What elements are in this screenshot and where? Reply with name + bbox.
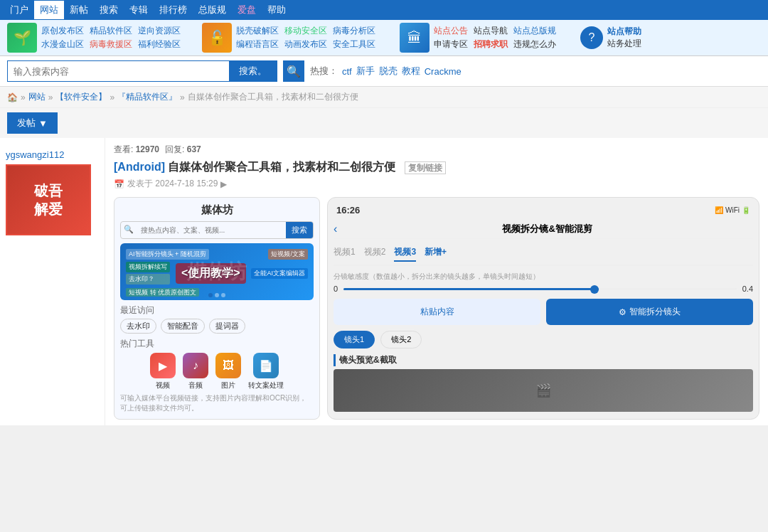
link-sitenav[interactable]: 站点导航 [474,25,508,37]
breadcrumb-premium-software[interactable]: 『精品软件区』 [117,91,177,103]
phone-tab-video3[interactable]: 视频3 [394,246,416,262]
recent-tag-prompter[interactable]: 提词器 [209,319,245,334]
link-water[interactable]: 水漫金山区 [41,38,84,50]
left-app-mockup: 媒体坊 🔍 搜索 AI智能拆分镜头 + 随机混剪 短视频/文案 视频拆解续写 [114,197,320,420]
phone-tab-video2[interactable]: 视频2 [364,246,386,262]
link-virus-rescue[interactable]: 病毒救援区 [90,38,132,50]
app-banner: AI智能拆分镜头 + 随机混剪 短视频/文案 视频拆解续写 去水印？ <使用教学… [120,243,314,300]
app-recent-label: 最近访问 [120,304,314,316]
nav-aipan[interactable]: 爱盘 [232,1,262,19]
post-date: 发表于 2024-7-18 15:29 [127,178,218,190]
link-notice[interactable]: 站点公告 [434,25,468,37]
phone-header: ‹ 视频拆分镜&智能混剪 [334,220,753,239]
views-label: 查看: 12970 [114,144,159,156]
split-label: 智能拆分镜头 [629,306,681,318]
post-area: 查看: 12970 回复: 637 [Android] 自媒体创作聚合工具箱，找… [105,138,768,425]
search-input[interactable] [8,61,229,81]
phone-slider-thumb[interactable] [590,285,599,294]
link-total-rules[interactable]: 站点总版规 [513,25,556,37]
nav-search[interactable]: 搜索 [94,1,124,19]
phone-slider-track[interactable] [343,288,737,290]
banner-tag2: 短视频/文案 [268,249,308,260]
search-icon-button[interactable]: 🔍 [283,60,304,82]
phone-slider-row: 0 0.4 [334,284,753,293]
tool-video[interactable]: ▶ 视频 [150,353,176,390]
site-icon-1: 🌱 [7,23,37,53]
link-virus-analysis[interactable]: 病毒分析区 [333,25,375,37]
app-search-btn[interactable]: 搜索 [286,222,313,238]
hot-tag-unpack[interactable]: 脱壳 [379,65,398,78]
phone-split-btn[interactable]: ⚙ 智能拆分镜头 [546,299,753,325]
hot-tag-ctf[interactable]: ctf [342,66,352,77]
preview-placeholder: 🎬 [535,383,551,398]
tool-audio[interactable]: ♪ 音频 [183,353,208,390]
link-apply[interactable]: 申请专区 [434,38,468,50]
phone-shot-tab-2[interactable]: 镜头2 [380,331,422,349]
post-title: [Android] 自媒体创作聚合工具箱，找素材和二创很方便 复制链接 [114,160,759,175]
phone-video-tabs: 视频1 视频2 视频3 新增+ [334,243,753,266]
tool-text-icon: 📄 [253,353,279,378]
app-title: 媒体坊 [120,203,314,217]
link-welfare[interactable]: 福利经验区 [138,38,181,50]
tool-text[interactable]: 📄 转文案处理 [248,353,284,390]
sidebar-username[interactable]: ygswangzi112 [6,149,99,160]
link-violation[interactable]: 违规怎么办 [513,38,556,50]
post-images: 媒体坊 🔍 搜索 AI智能拆分镜头 + 随机混剪 短视频/文案 视频拆解续写 [114,197,759,420]
phone-status-icons: 📶 WiFi 🔋 [715,206,750,214]
phone-time: 16:26 [336,205,360,216]
link-station-affairs[interactable]: 站务处理 [607,38,641,50]
hot-tag-crackme[interactable]: Crackme [425,66,462,77]
hot-tag-newbie[interactable]: 新手 [356,65,375,78]
post-tag-android: [Android] [114,161,165,173]
app-search-input[interactable] [137,222,286,238]
breadcrumb-software-security[interactable]: 【软件安全】 [55,91,107,103]
link-animation[interactable]: 动画发布区 [284,38,327,50]
nav-help[interactable]: 帮助 [262,1,292,19]
phone-status-bar: 16:26 📶 WiFi 🔋 [334,203,753,217]
links-section: 🌱 原创发布区 精品软件区 逆向资源区 水漫金山区 病毒救援区 福利经验区 🔓 … [0,20,768,56]
phone-back-btn[interactable]: ‹ [334,223,337,235]
hot-tag-tutorial[interactable]: 教程 [402,65,420,78]
phone-shot-tabs: 镜头1 镜头2 [334,331,753,349]
phone-tab-video1[interactable]: 视频1 [334,246,356,262]
app-hot-label: 热门工具 [120,338,314,350]
link-site-help[interactable]: 站点帮助 [607,26,641,38]
app-search-bar: 🔍 搜索 [120,221,314,239]
breadcrumb-home-icon[interactable]: 🏠 [7,92,18,102]
post-arrow: ▶ [220,179,227,189]
post-dropdown-icon: ▼ [38,118,48,129]
link-recruit[interactable]: 招聘求职 [474,38,508,50]
nav-album[interactable]: 专辑 [124,1,154,19]
search-button[interactable]: 搜索。 [229,61,277,81]
post-meta-icon: 📅 [114,179,124,189]
tool-image[interactable]: 🖼 图片 [215,353,241,390]
phone-slider-min: 0 [334,284,338,293]
link-original[interactable]: 原创发布区 [41,25,84,37]
breadcrumb: 🏠 » 网站 » 【软件安全】 » 『精品软件区』 » 自媒体创作聚合工具箱，找… [0,87,768,108]
phone-tab-new[interactable]: 新增+ [425,246,447,262]
link-mobile-sec[interactable]: 移动安全区 [284,25,327,37]
app-desc: 可输入媒体平台视频链接，支持图片内容理解和OCR识别，可上传链接和文件均可。 [120,393,314,413]
link-reverse[interactable]: 逆向资源区 [138,25,181,37]
nav-portal[interactable]: 门户 [4,1,34,19]
phone-paste-btn[interactable]: 粘贴内容 [334,299,540,325]
link-programming[interactable]: 编程语言区 [236,38,279,50]
recent-tag-dubbing[interactable]: 智能配音 [161,319,205,334]
post-btn-label: 发帖 [17,117,36,129]
nav-rules[interactable]: 总版规 [193,1,232,19]
nav-site[interactable]: 网站 [34,1,64,19]
nav-new-post[interactable]: 新帖 [64,1,94,19]
recent-tag-watermark[interactable]: 去水印 [120,319,156,334]
phone-shot-tab-1[interactable]: 镜头1 [334,331,375,349]
copy-link-btn[interactable]: 复制链接 [405,161,446,174]
link-unpack[interactable]: 脱壳破解区 [236,25,279,37]
sidebar-avatar: 破吾 解爱 [6,164,91,235]
post-button[interactable]: 发帖 ▼ [7,112,58,134]
link-software[interactable]: 精品软件区 [90,25,132,37]
nav-ranking[interactable]: 排行榜 [154,1,193,19]
tool-image-icon: 🖼 [215,353,241,378]
hot-search-label: 热搜： [310,65,338,78]
app-tools: ▶ 视频 ♪ 音频 🖼 图片 📄 转文案处理 [120,353,314,390]
link-tools[interactable]: 安全工具区 [333,38,375,50]
breadcrumb-site[interactable]: 网站 [28,91,46,103]
